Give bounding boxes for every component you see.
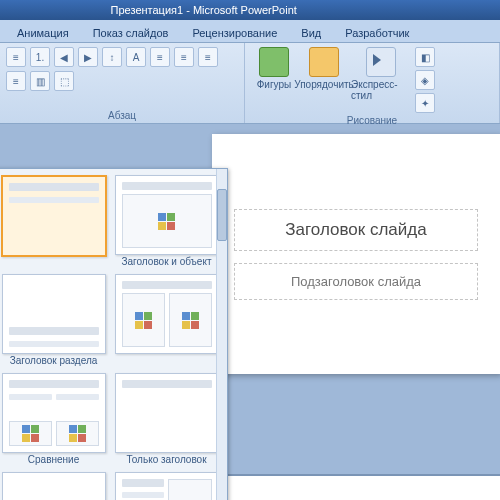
- numbering-button[interactable]: 1.: [30, 47, 50, 67]
- indent-dec-button[interactable]: ◀: [54, 47, 74, 67]
- layout-thumb: [2, 472, 106, 500]
- shapes-button[interactable]: Фигуры: [251, 47, 297, 90]
- shapes-label: Фигуры: [257, 79, 291, 90]
- ribbon: ≡ 1. ◀ ▶ ↕ A ≡ ≡ ≡ ≡ ▥ ⬚ Абзац Фигуры Уп…: [0, 43, 500, 124]
- layout-thumb: [115, 175, 219, 255]
- quick-styles-icon: [366, 47, 396, 77]
- layout-label: Заголовок и объект: [122, 257, 212, 268]
- layout-label: Заголовок раздела: [10, 356, 98, 367]
- columns-button[interactable]: ▥: [30, 71, 50, 91]
- arrange-icon: [309, 47, 339, 77]
- shapes-icon: [259, 47, 289, 77]
- gallery-scrollbar[interactable]: [216, 169, 227, 500]
- quick-styles-button[interactable]: Экспресс-стил: [351, 47, 411, 101]
- layout-thumb: [115, 274, 219, 354]
- align-center-button[interactable]: ≡: [174, 47, 194, 67]
- arrange-label: Упорядочить: [294, 79, 354, 90]
- justify-button[interactable]: ≡: [6, 71, 26, 91]
- ribbon-group-paragraph: ≡ 1. ◀ ▶ ↕ A ≡ ≡ ≡ ≡ ▥ ⬚ Абзац: [0, 43, 245, 123]
- group-label-paragraph: Абзац: [6, 108, 238, 121]
- arrange-button[interactable]: Упорядочить: [301, 47, 347, 90]
- slide-title-placeholder[interactable]: Заголовок слайда: [234, 209, 478, 251]
- slide-canvas[interactable]: Заголовок слайда Подзаголовок слайда: [212, 134, 500, 374]
- bullets-button[interactable]: ≡: [6, 47, 26, 67]
- slide-editor-area: Заголовок слайда Подзаголовок слайда: [212, 124, 500, 474]
- layout-item-title-only[interactable]: Только заголовок: [112, 373, 221, 468]
- layout-item-content-with-caption[interactable]: Объект с подписью: [112, 472, 221, 500]
- layout-thumb: [1, 175, 107, 257]
- tab-view[interactable]: Вид: [290, 23, 332, 42]
- ribbon-tabs: Анимация Показ слайдов Рецензирование Ви…: [0, 20, 500, 43]
- layout-label: Сравнение: [28, 455, 79, 466]
- slide-subtitle-placeholder[interactable]: Подзаголовок слайда: [234, 263, 478, 300]
- layout-item-title-slide[interactable]: [0, 175, 108, 270]
- align-left-button[interactable]: ≡: [150, 47, 170, 67]
- text-direction-button[interactable]: A: [126, 47, 146, 67]
- window-title-bar: Презентация1 - Microsoft PowerPoint: [0, 0, 500, 20]
- indent-inc-button[interactable]: ▶: [78, 47, 98, 67]
- layout-item-section-header[interactable]: Заголовок раздела: [0, 274, 108, 369]
- align-right-button[interactable]: ≡: [198, 47, 218, 67]
- workspace: Заголовок и объект Заголовок раздела: [0, 124, 500, 474]
- tab-animation[interactable]: Анимация: [6, 23, 80, 42]
- line-spacing-button[interactable]: ↕: [102, 47, 122, 67]
- quick-styles-label: Экспресс-стил: [351, 79, 411, 101]
- shape-outline-button[interactable]: ◈: [415, 70, 435, 90]
- layout-item-title-and-content[interactable]: Заголовок и объект: [112, 175, 221, 270]
- scrollbar-thumb[interactable]: [217, 189, 227, 241]
- layout-thumb: [2, 274, 106, 354]
- layout-thumb: [115, 472, 219, 500]
- layout-label: Только заголовок: [126, 455, 206, 466]
- window-title: Презентация1 - Microsoft PowerPoint: [111, 4, 297, 16]
- layout-thumb: [2, 373, 106, 453]
- ribbon-group-drawing: Фигуры Упорядочить Экспресс-стил ◧ ◈ ✦ Р…: [245, 43, 500, 123]
- tab-slideshow[interactable]: Показ слайдов: [82, 23, 180, 42]
- tab-developer[interactable]: Разработчик: [334, 23, 420, 42]
- smartart-button[interactable]: ⬚: [54, 71, 74, 91]
- tab-review[interactable]: Рецензирование: [181, 23, 288, 42]
- shape-fill-button[interactable]: ◧: [415, 47, 435, 67]
- layout-item-comparison[interactable]: Сравнение: [0, 373, 108, 468]
- slide-layout-gallery: Заголовок и объект Заголовок раздела: [0, 168, 228, 500]
- layout-item-blank[interactable]: [0, 472, 108, 500]
- shape-effects-button[interactable]: ✦: [415, 93, 435, 113]
- layout-item-two-content[interactable]: [112, 274, 221, 369]
- layout-thumb: [115, 373, 219, 453]
